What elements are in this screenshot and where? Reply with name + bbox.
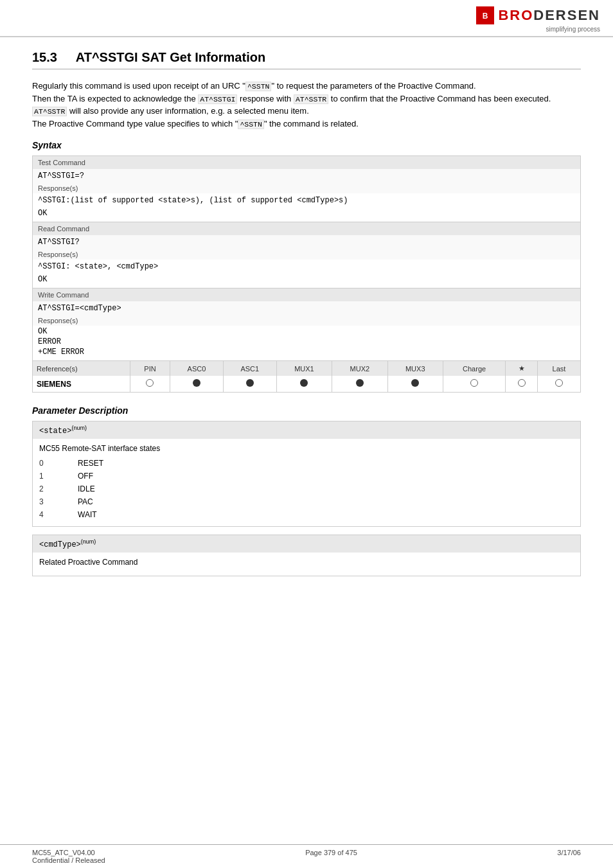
atsstr-code-1: AT^SSTR — [294, 94, 328, 104]
param-state-val-3: 3 — [39, 495, 78, 508]
ref-last — [537, 376, 580, 393]
circle-empty-icon — [470, 379, 478, 387]
write-cmd-ok1: OK — [33, 326, 581, 337]
param-state-val-1: 1 — [39, 470, 78, 483]
param-state-label-0: RESET — [78, 457, 306, 470]
reference-table: Reference(s) PIN ASC0 ASC1 MUX1 MUX2 MUX… — [32, 361, 581, 393]
footer-confidential: Confidential / Released — [32, 856, 105, 864]
atsstgi-code: AT^SSTGI — [198, 94, 237, 104]
write-cmd-ok3: +CME ERROR — [33, 348, 581, 361]
ref-header-star: ★ — [506, 361, 538, 376]
param-state-superscript: (num) — [71, 425, 87, 431]
param-state-label-1: OFF — [78, 470, 306, 483]
table-row: 2 IDLE — [39, 483, 306, 495]
param-state-label-4: WAIT — [78, 508, 306, 521]
logo-text: BRODERSEN — [498, 7, 600, 24]
param-state-val-4: 4 — [39, 508, 78, 521]
sstn-code-1: ^SSTN — [245, 82, 272, 91]
table-row: 1 OFF — [39, 470, 306, 483]
atsstr-code-2: AT^SSTR — [32, 107, 67, 116]
read-command-block: Read Command AT^SSTGI? Response(s) ^SSTG… — [32, 222, 581, 288]
param-state-val-0: 0 — [39, 457, 78, 470]
read-cmd-ok: OK — [33, 274, 581, 288]
section-heading: AT^SSTGI SAT Get Information — [76, 50, 265, 64]
param-state-label-3: PAC — [78, 495, 306, 508]
param-cmdtype-block: <cmdType>(num) Related Proactive Command — [32, 535, 581, 576]
param-state-block: <state>(num) MC55 Remote-SAT interface s… — [32, 421, 581, 527]
test-cmd-ok: OK — [33, 208, 581, 222]
test-cmd-response-label: Response(s) — [33, 183, 581, 193]
ref-name-siemens: SIEMENS — [33, 376, 130, 393]
section-title: 15.3 AT^SSTGI SAT Get Information — [32, 50, 581, 69]
ref-header-mux3: MUX3 — [387, 361, 443, 376]
ref-mux2 — [332, 376, 387, 393]
read-cmd-response-label: Response(s) — [33, 249, 581, 260]
ref-asc0 — [170, 376, 224, 393]
param-description-heading: Parameter Description — [32, 405, 581, 416]
circle-filled-icon — [300, 379, 308, 387]
ref-header-charge: Charge — [443, 361, 505, 376]
ref-header-mux1: MUX1 — [276, 361, 332, 376]
page-footer: MC55_ATC_V04.00 Confidential / Released … — [0, 844, 613, 868]
test-cmd-label: Test Command — [33, 156, 581, 170]
ref-mux3 — [387, 376, 443, 393]
page-header: B BRODERSEN simplifying process — [0, 0, 613, 37]
param-state-val-2: 2 — [39, 483, 78, 495]
circle-empty-icon — [146, 379, 154, 387]
param-cmdtype-header: <cmdType>(num) — [33, 535, 580, 553]
ref-header-last: Last — [537, 361, 580, 376]
table-row: 4 WAIT — [39, 508, 306, 521]
param-state-label-2: IDLE — [78, 483, 306, 495]
logo-bro: BRO — [498, 7, 533, 23]
ref-pin — [130, 376, 170, 393]
ref-star — [506, 376, 538, 393]
read-cmd-command: AT^SSTGI? — [33, 235, 581, 249]
ref-charge — [443, 376, 505, 393]
param-state-table: 0 RESET 1 OFF 2 IDLE 3 PAC 4 WAIT — [39, 457, 306, 521]
ref-header-asc1: ASC1 — [223, 361, 276, 376]
footer-date: 3/17/06 — [557, 849, 581, 864]
logo-icon: B — [476, 6, 494, 24]
param-cmdtype-superscript: (num) — [81, 538, 96, 545]
section-number: 15.3 — [32, 50, 57, 64]
test-cmd-response: ^SSTGI:(list of supported <state>s), (li… — [33, 193, 581, 208]
circle-empty-icon — [518, 379, 526, 387]
logo-subtitle: simplifying process — [476, 26, 600, 33]
footer-left: MC55_ATC_V04.00 Confidential / Released — [32, 849, 105, 864]
write-cmd-ok2: ERROR — [33, 337, 581, 348]
write-cmd-label: Write Command — [33, 288, 581, 301]
read-cmd-label: Read Command — [33, 222, 581, 235]
table-row: SIEMENS — [33, 376, 581, 393]
ref-header-mux2: MUX2 — [332, 361, 387, 376]
sstn-code-2: ^SSTN — [238, 120, 264, 129]
logo-dersen: DERSEN — [533, 7, 600, 23]
ref-header-pin: PIN — [130, 361, 170, 376]
test-cmd-command: AT^SSTGI=? — [33, 169, 581, 183]
param-cmdtype-body: Related Proactive Command — [33, 553, 580, 576]
circle-filled-icon — [193, 379, 200, 387]
test-command-block: Test Command AT^SSTGI=? Response(s) ^SST… — [32, 155, 581, 222]
write-cmd-command: AT^SSTGI=<cmdType> — [33, 301, 581, 315]
intro-paragraph-1: Regularly this command is used upon rece… — [32, 80, 581, 130]
write-cmd-response-label: Response(s) — [33, 315, 581, 326]
read-cmd-response: ^SSTGI: <state>, <cmdType> — [33, 260, 581, 274]
circle-filled-icon — [356, 379, 364, 387]
ref-header-asc0: ASC0 — [170, 361, 224, 376]
circle-filled-icon — [246, 379, 254, 387]
table-row: 0 RESET — [39, 457, 306, 470]
ref-header-reference: Reference(s) — [33, 361, 130, 376]
logo: B BRODERSEN simplifying process — [476, 6, 600, 33]
param-state-body: MC55 Remote-SAT interface states 0 RESET… — [33, 439, 580, 526]
write-command-block: Write Command AT^SSTGI=<cmdType> Respons… — [32, 288, 581, 361]
param-state-header: <state>(num) — [33, 421, 580, 439]
svg-text:B: B — [483, 12, 488, 21]
footer-center: Page 379 of 475 — [305, 849, 357, 864]
param-state-desc: MC55 Remote-SAT interface states — [39, 444, 574, 453]
main-content: 15.3 AT^SSTGI SAT Get Information Regula… — [0, 37, 613, 597]
footer-version: MC55_ATC_V04.00 — [32, 849, 105, 856]
syntax-heading: Syntax — [32, 140, 581, 150]
param-cmdtype-desc: Related Proactive Command — [39, 558, 574, 567]
ref-asc1 — [223, 376, 276, 393]
ref-mux1 — [276, 376, 332, 393]
circle-filled-icon — [411, 379, 419, 387]
